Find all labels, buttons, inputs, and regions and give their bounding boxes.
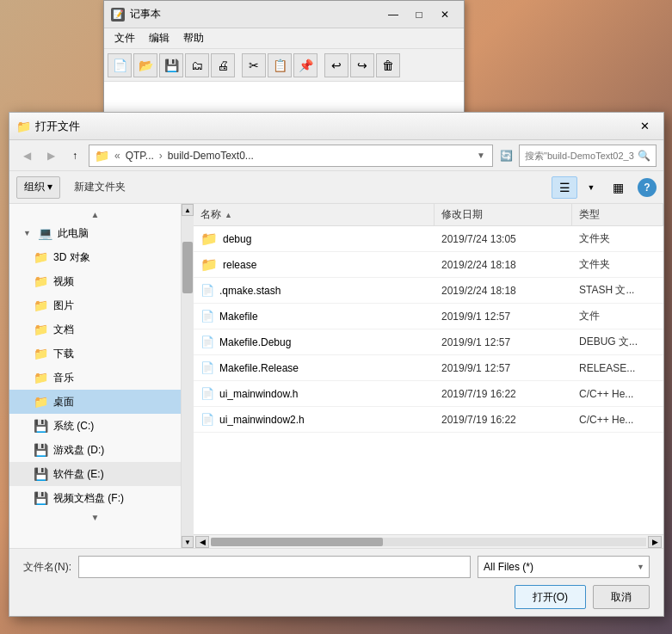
notepad-menu-help[interactable]: 帮助: [176, 29, 211, 47]
search-input[interactable]: [525, 151, 634, 161]
sidebar-item-drive-c[interactable]: 💾 系统 (C:): [9, 414, 181, 438]
file-name-ui-mainwindow2: 📄 ui_mainwindow2.h: [194, 413, 435, 426]
file-type-qmake: STASH 文...: [572, 283, 663, 298]
notepad-paste-btn[interactable]: 📌: [293, 53, 318, 77]
file-row-release[interactable]: 📁 release 2019/2/24 18:18 文件夹: [194, 252, 663, 278]
notepad-open-btn[interactable]: 📂: [133, 53, 157, 77]
sidebar-item-downloads[interactable]: 📁 下载: [9, 342, 181, 366]
notepad-maximize-btn[interactable]: □: [407, 6, 431, 23]
drive-e-label: 软件盘 (E:): [53, 467, 104, 482]
nav-forward-btn[interactable]: ▶: [40, 145, 61, 166]
file-type-ui-mainwindow: C/C++ He...: [572, 388, 663, 400]
drive-d-label: 游戏盘 (D:): [53, 443, 104, 458]
sidebar-vscroll-thumb[interactable]: [182, 242, 193, 293]
file-type-makefile: 文件: [572, 309, 663, 323]
notepad-redo-btn[interactable]: ↪: [350, 53, 374, 77]
notepad-menu-file[interactable]: 文件: [108, 29, 142, 47]
nav-up-btn[interactable]: ↑: [65, 145, 85, 166]
drive-e-icon: 💾: [34, 467, 48, 481]
sidebar-item-drive-f[interactable]: 💾 视频文档盘 (F:): [9, 486, 181, 510]
sidebar-item-this-pc[interactable]: ▼ 💻 此电脑: [9, 221, 181, 245]
sidebar-item-video[interactable]: 📁 视频: [9, 269, 181, 293]
notepad-new-btn[interactable]: 📄: [108, 53, 132, 77]
notepad-copy-btn[interactable]: 📋: [268, 53, 292, 77]
col-date-label: 修改日期: [441, 207, 483, 222]
notepad-menu-edit[interactable]: 编辑: [142, 29, 176, 47]
cancel-btn[interactable]: 取消: [593, 585, 650, 609]
path-dropdown-btn[interactable]: ▼: [475, 151, 487, 160]
notepad-undo-btn[interactable]: ↩: [324, 53, 348, 77]
path-item-1[interactable]: QTP...: [126, 150, 154, 162]
notepad-saveall-btn[interactable]: 🗂: [185, 53, 209, 77]
notepad-close-btn[interactable]: ✕: [433, 6, 457, 23]
file-row-ui-mainwindow[interactable]: 📄 ui_mainwindow.h 2019/7/19 16:22 C/C++ …: [194, 381, 663, 407]
view-list-btn[interactable]: ☰: [552, 176, 577, 199]
filename-input[interactable]: [78, 556, 471, 578]
desktop-icon: 📁: [34, 395, 48, 409]
new-folder-label: 新建文件夹: [74, 181, 126, 193]
drive-f-label: 视频文档盘 (F:): [53, 491, 124, 506]
file-name-makefile-release: 📄 Makefile.Release: [194, 361, 435, 374]
filetype-select[interactable]: All Files (*): [478, 556, 650, 578]
notepad-print-btn[interactable]: 🖨: [211, 53, 235, 77]
view-dropdown-btn[interactable]: ▼: [584, 176, 598, 199]
sidebar-item-pictures[interactable]: 📁 图片: [9, 293, 181, 317]
notepad-delete-btn[interactable]: 🗑: [376, 53, 400, 77]
path-sep1: «: [114, 150, 120, 162]
sidebar-item-docs[interactable]: 📁 文档: [9, 317, 181, 342]
notepad-save-btn[interactable]: 💾: [159, 53, 183, 77]
file-date-makefile-debug: 2019/9/1 12:57: [435, 336, 572, 348]
dialog-title-icon: 📁: [16, 120, 30, 133]
sidebar-scroll-down[interactable]: ▼: [9, 510, 181, 524]
path-folder-icon: 📁: [95, 149, 109, 163]
search-submit-btn[interactable]: 🔍: [638, 150, 650, 162]
dialog-close-btn[interactable]: ✕: [632, 117, 657, 136]
col-header-name[interactable]: 名称 ▲: [194, 204, 435, 225]
file-type-debug: 文件夹: [572, 231, 663, 246]
file-row-qmake[interactable]: 📄 .qmake.stash 2019/2/24 18:18 STASH 文..…: [194, 278, 663, 304]
pane-btn[interactable]: ▦: [605, 176, 631, 199]
file-type-release: 文件夹: [572, 257, 663, 272]
this-pc-label: 此电脑: [58, 226, 89, 241]
col-header-type[interactable]: 类型: [572, 204, 663, 225]
action-row: 打开(O) 取消: [23, 585, 650, 609]
sidebar-scroll-up[interactable]: ▲: [9, 207, 181, 221]
hscroll-right-btn[interactable]: ▶: [648, 536, 662, 548]
sidebar-vscroll-up[interactable]: ▲: [182, 204, 194, 216]
nav-back-btn[interactable]: ◀: [16, 145, 37, 166]
organize-btn[interactable]: 组织 ▾: [16, 176, 60, 199]
col-header-date[interactable]: 修改日期: [435, 204, 572, 225]
help-btn[interactable]: ?: [638, 178, 657, 197]
sidebar-item-desktop[interactable]: 📁 桌面: [9, 390, 181, 414]
notepad-titlebar: 📝 记事本 — □ ✕: [104, 1, 464, 28]
notepad-cut-btn[interactable]: ✂: [242, 53, 266, 77]
file-row-makefile-debug[interactable]: 📄 Makefile.Debug 2019/9/1 12:57 DEBUG 文.…: [194, 329, 663, 355]
file-row-makefile-release[interactable]: 📄 Makefile.Release 2019/9/1 12:57 RELEAS…: [194, 355, 663, 381]
file-row-debug[interactable]: 📁 debug 2019/7/24 13:05 文件夹: [194, 226, 663, 252]
file-date-release: 2019/2/24 18:18: [435, 259, 572, 271]
new-folder-btn[interactable]: 新建文件夹: [67, 176, 133, 199]
notepad-content: [104, 82, 464, 116]
open-btn[interactable]: 打开(O): [515, 585, 586, 609]
path-refresh-btn[interactable]: 🔄: [496, 146, 515, 165]
file-open-dialog: 📁 打开文件 ✕ ◀ ▶ ↑ 📁 « QTP... › build-DemoTe…: [9, 112, 664, 617]
dialog-navbar: ◀ ▶ ↑ 📁 « QTP... › build-DemoText0... ▼ …: [9, 140, 663, 171]
hscroll-thumb[interactable]: [211, 538, 383, 546]
file-row-ui-mainwindow2[interactable]: 📄 ui_mainwindow2.h 2019/7/19 16:22 C/C++…: [194, 407, 663, 433]
this-pc-icon: 💻: [38, 226, 52, 240]
file-type-makefile-release: RELEASE...: [572, 362, 663, 374]
path-item-2[interactable]: build-DemoText0...: [168, 150, 254, 162]
filelist-header: 名称 ▲ 修改日期 类型: [194, 204, 663, 226]
file-name-text-release: release: [223, 259, 256, 271]
hscroll-left-btn[interactable]: ◀: [195, 536, 209, 548]
notepad-menubar: 文件 编辑 帮助: [104, 28, 464, 49]
sidebar-item-drive-d[interactable]: 💾 游戏盘 (D:): [9, 438, 181, 462]
sidebar-item-music[interactable]: 📁 音乐: [9, 366, 181, 390]
file-row-makefile[interactable]: 📄 Makefile 2019/9/1 12:57 文件: [194, 304, 663, 329]
sidebar-scrollbar: ▲ ▼: [182, 204, 194, 548]
sidebar-item-drive-e[interactable]: 💾 软件盘 (E:): [9, 462, 181, 486]
sidebar-vscroll-down[interactable]: ▼: [182, 536, 194, 548]
sidebar-item-3d[interactable]: 📁 3D 对象: [9, 245, 181, 269]
drive-c-icon: 💾: [34, 419, 48, 433]
notepad-minimize-btn[interactable]: —: [381, 6, 405, 23]
